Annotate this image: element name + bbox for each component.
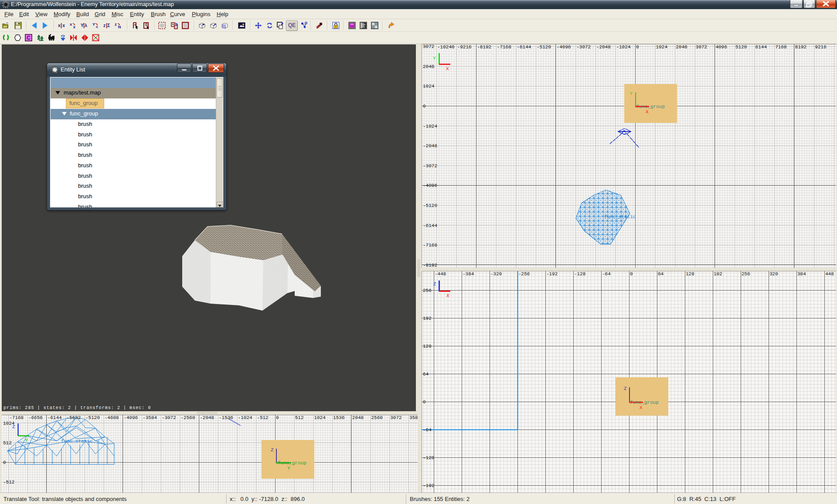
svg-text:192: 192	[423, 316, 432, 321]
svg-text:2048: 2048	[352, 415, 364, 420]
svg-text:-512: -512	[257, 415, 268, 420]
svg-text:-7168: -7168	[423, 243, 437, 248]
svg-text:Σ: Σ	[107, 23, 110, 28]
svg-text:-64: -64	[423, 427, 432, 433]
svg-text:-5120: -5120	[85, 415, 100, 420]
svg-text:7168: 7168	[775, 44, 786, 50]
svg-text:C: C	[27, 35, 31, 41]
svg-text:5120: 5120	[735, 44, 747, 50]
svg-text:func_static: func_static	[604, 214, 636, 220]
svg-text:-6144: -6144	[517, 44, 531, 50]
svg-text:-6656: -6656	[28, 415, 43, 420]
svg-text:E: E	[62, 34, 65, 39]
svg-text:λ: λ	[85, 23, 87, 28]
svg-text:-10240: -10240	[437, 44, 455, 50]
svg-text:-8192: -8192	[423, 263, 437, 268]
svg-text:0: 0	[276, 415, 279, 420]
svg-text:<: <	[96, 25, 99, 29]
svg-text:-5120: -5120	[423, 203, 437, 208]
svg-text:-2048: -2048	[596, 44, 611, 50]
svg-text:z: z	[115, 22, 117, 27]
svg-text:128: 128	[686, 271, 694, 277]
svg-text:0: 0	[423, 104, 426, 109]
svg-text:-2048: -2048	[423, 143, 437, 149]
svg-text:1536: 1536	[333, 415, 344, 420]
svg-text:-6144: -6144	[48, 415, 62, 420]
svg-text:64: 64	[423, 372, 429, 377]
svg-text:func_group: func_group	[278, 460, 306, 466]
svg-text:3072: 3072	[423, 44, 434, 49]
svg-text:2048: 2048	[423, 64, 434, 69]
svg-text:X: X	[646, 109, 649, 115]
svg-text:func_static: func_static	[61, 439, 93, 444]
svg-text:-384: -384	[463, 271, 474, 277]
svg-text:-8192: -8192	[477, 44, 491, 50]
svg-text:-5632: -5632	[66, 415, 81, 420]
svg-text:0: 0	[3, 460, 6, 465]
svg-text:x: x	[73, 25, 76, 29]
svg-text:Z: Z	[433, 281, 436, 287]
svg-text:256: 256	[742, 271, 750, 277]
svg-text:0: 0	[630, 271, 633, 277]
svg-text:512: 512	[3, 440, 12, 446]
svg-text:-4096: -4096	[123, 415, 138, 420]
svg-text:x: x	[70, 22, 72, 27]
svg-text:-1024: -1024	[423, 124, 437, 129]
svg-text:-4608: -4608	[105, 415, 119, 420]
svg-text:-4096: -4096	[423, 183, 437, 188]
svg-text:-5120: -5120	[537, 44, 551, 50]
svg-text:3072: 3072	[390, 415, 401, 420]
svg-text:1024: 1024	[656, 44, 668, 50]
svg-text:z: z	[103, 23, 105, 28]
svg-text:-2560: -2560	[181, 415, 195, 420]
svg-text:X: X	[640, 405, 643, 410]
svg-text:X: X	[446, 66, 449, 71]
svg-text:func_group: func_group	[636, 104, 665, 109]
svg-text:-9216: -9216	[457, 44, 472, 50]
svg-text:512: 512	[295, 415, 304, 420]
svg-text:-192: -192	[423, 483, 434, 488]
svg-text:2560: 2560	[371, 415, 383, 420]
svg-text:-192: -192	[546, 271, 558, 277]
svg-text:-3072: -3072	[576, 44, 591, 50]
svg-text:8192: 8192	[795, 44, 806, 50]
svg-text:Z: Z	[271, 447, 274, 453]
svg-text:Z: Z	[624, 386, 627, 391]
svg-text:-7168: -7168	[9, 415, 24, 420]
svg-text:4096: 4096	[715, 44, 727, 50]
svg-text:9216: 9216	[815, 44, 826, 50]
svg-text:x: x	[58, 23, 61, 28]
svg-text:0: 0	[636, 44, 639, 50]
svg-text:128: 128	[423, 344, 432, 349]
svg-text:6144: 6144	[755, 44, 767, 50]
svg-text:448: 448	[825, 271, 834, 277]
svg-text:N: N	[118, 25, 121, 29]
svg-text:-256: -256	[518, 271, 530, 277]
svg-text:Y: Y	[433, 56, 436, 61]
svg-text:-1536: -1536	[219, 415, 233, 420]
svg-text:Y: Y	[287, 466, 290, 471]
svg-text:2048: 2048	[676, 44, 687, 50]
svg-text:X: X	[446, 293, 449, 298]
svg-text:Y: Y	[630, 91, 633, 96]
svg-text:3584: 3584	[409, 415, 418, 420]
svg-text:Y: Y	[92, 22, 95, 27]
svg-text:-128: -128	[423, 455, 434, 460]
svg-text:Y: Y	[25, 438, 28, 443]
svg-text:x: x	[62, 23, 65, 28]
svg-text:256: 256	[423, 288, 432, 293]
svg-text:320: 320	[769, 271, 778, 277]
svg-text:-3584: -3584	[143, 415, 157, 420]
svg-text:1024: 1024	[314, 415, 326, 420]
svg-text:-320: -320	[490, 271, 502, 277]
svg-text:-7168: -7168	[497, 44, 511, 50]
svg-text:-2048: -2048	[200, 415, 214, 420]
svg-text:1024: 1024	[423, 84, 435, 89]
svg-text:192: 192	[714, 271, 722, 277]
svg-text:-128: -128	[574, 271, 585, 277]
svg-text:-64: -64	[602, 271, 611, 277]
svg-text:-448: -448	[435, 271, 446, 277]
svg-text:-1024: -1024	[238, 415, 252, 420]
svg-text:func_group: func_group	[630, 400, 659, 405]
svg-text:-1024: -1024	[616, 44, 630, 50]
